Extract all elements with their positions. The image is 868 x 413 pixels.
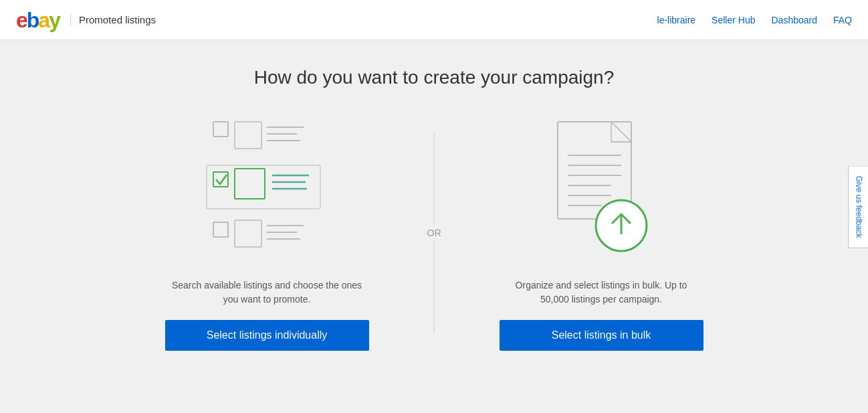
nav-account[interactable]: le-libraire (657, 15, 696, 25)
svg-rect-0 (213, 122, 228, 137)
header: ebay Promoted listings le-libraire Selle… (0, 0, 868, 40)
select-bulk-button[interactable]: Select listings in bulk (500, 320, 703, 351)
individual-illustration (200, 115, 334, 262)
nav-faq[interactable]: FAQ (833, 15, 852, 25)
select-individually-button[interactable]: Select listings individually (165, 320, 369, 351)
svg-rect-11 (213, 222, 228, 237)
card-bulk: Organize and select listings in bulk. Up… (461, 115, 742, 351)
main-content: How do you want to create your campaign? (0, 40, 868, 413)
bulk-description: Organize and select listings in bulk. Up… (501, 278, 701, 307)
main-heading: How do you want to create your campaign? (254, 67, 615, 88)
svg-rect-12 (235, 220, 261, 247)
logo-area: ebay Promoted listings (16, 9, 156, 31)
bulk-illustration (534, 115, 668, 262)
card-individual: Search available listings and choose the… (126, 115, 407, 351)
header-nav: le-libraire Seller Hub Dashboard FAQ (657, 15, 852, 25)
logo-y: y (49, 8, 60, 32)
cards-container: Search available listings and choose the… (66, 115, 802, 351)
ebay-logo: ebay (16, 9, 60, 31)
nav-dashboard[interactable]: Dashboard (771, 15, 817, 25)
page-title: Promoted listings (70, 14, 156, 25)
feedback-tab[interactable]: Give us feedback (849, 165, 868, 248)
logo-e: e (16, 8, 27, 32)
svg-rect-1 (235, 122, 261, 149)
nav-seller-hub[interactable]: Seller Hub (712, 15, 755, 25)
svg-rect-7 (235, 169, 265, 199)
or-divider: OR (407, 225, 461, 241)
individual-description: Search available listings and choose the… (167, 278, 367, 307)
logo-b: b (27, 8, 39, 32)
logo-a: a (38, 8, 49, 32)
or-label: OR (422, 225, 447, 241)
